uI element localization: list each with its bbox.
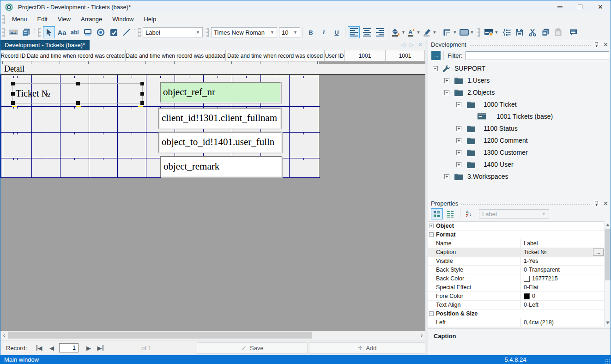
tree-item-1400-user[interactable]: + 1400 User [428,158,611,170]
property-category-object[interactable]: + Object [428,222,611,231]
record-number-input[interactable] [59,343,79,352]
expander-icon[interactable]: + [444,78,449,83]
header-cell-value-1[interactable]: 1001 [345,50,386,61]
horizontal-scrollbar[interactable]: ‹ › [0,331,425,339]
resize-grip-icon[interactable] [605,359,610,364]
property-row-special-effect[interactable]: Special Effect 0-Flat [428,283,611,292]
property-row-visible[interactable]: Visible 1-Yes [428,257,611,266]
checkbox-tool-button[interactable] [108,26,120,38]
label-ticket-no[interactable]: Ticket № [12,83,143,103]
property-row-back-color[interactable]: Back Color 16777215 [428,274,611,283]
expander-icon[interactable]: − [429,232,434,237]
scroll-left-icon[interactable]: ‹ [0,331,8,340]
tree-item-support[interactable]: − SUPPORT [428,62,611,74]
toolbar-overflow-icon[interactable]: ˇˇ [34,30,35,35]
underline-button[interactable]: U [331,26,343,38]
property-row-name[interactable]: Name Label [428,239,611,248]
close-panel-icon[interactable]: ✕ [603,201,608,206]
tree-item-1300-customer[interactable]: + 1300 Customer [428,146,611,158]
pin-icon[interactable] [593,42,599,47]
border-style-button[interactable]: ▼ [442,26,458,38]
field-object-remark[interactable]: object_remark [160,156,282,177]
header-cell-record-id[interactable]: Record ID [0,50,26,61]
scrollbar-thumb[interactable] [8,332,312,339]
last-record-button[interactable]: ▶ [95,343,106,352]
add-record-button[interactable]: + Add [309,342,425,354]
scrollbar-thumb[interactable] [605,229,611,280]
tree-item-1000-ticket[interactable]: − 1000 Ticket [428,98,611,110]
property-category-format[interactable]: − Format [428,231,611,239]
select-cursor-tool[interactable] [43,26,55,38]
label-tool-button[interactable]: Aa [56,26,68,38]
toolbar-overflow-icon[interactable]: ˇˇ [134,30,135,35]
property-row-left[interactable]: Left 0,4см (218) [428,318,611,327]
radio-tool-button[interactable] [95,26,107,38]
close-panel-icon[interactable]: ✕ [603,42,608,47]
header-cell-created[interactable]: Date and time when record was created [26,50,126,61]
textbox-tool-button[interactable]: abl [69,26,81,38]
header-cell-updated[interactable]: Date and time when record was updated [126,50,226,61]
align-right-button[interactable] [374,26,386,38]
close-button[interactable]: × [590,0,611,13]
header-cell-user-id[interactable]: User ID [325,50,345,61]
align-center-button[interactable] [361,26,373,38]
field-client-id[interactable]: client_id!1301.client_fullnam [158,108,281,129]
ellipsis-editor-button[interactable]: ... [593,249,604,256]
line-tool-button[interactable] [121,26,133,38]
expander-icon[interactable]: − [429,311,434,316]
expander-icon[interactable]: + [444,174,449,179]
font-size-combo[interactable]: 10▼ [279,27,300,37]
first-record-button[interactable]: ◀ [34,343,45,352]
resize-handle[interactable] [140,82,144,85]
tree-item-1001-tickets-base[interactable]: 1001 Tickets (base) [428,110,611,122]
paste-button[interactable] [552,26,564,38]
expander-icon[interactable]: + [429,224,434,228]
highlight-color-button[interactable]: ▼ [423,26,437,38]
property-row-caption[interactable]: Caption Ticket № ... [428,248,611,257]
field-object-ref-nr[interactable]: object_ref_nr [160,82,281,103]
maximize-button[interactable] [570,0,590,13]
property-row-fore-color[interactable]: Fore Color 0 [428,292,611,301]
control-selector-combo[interactable]: Label▼ [143,27,203,37]
resize-handle[interactable] [76,82,80,85]
form-properties-button[interactable]: ▼ [483,26,500,38]
menu-view[interactable]: View [53,14,76,24]
navigate-to-object-button[interactable]: → [431,51,441,60]
tree-item-workspaces[interactable]: + 3.Workspaces [428,170,611,182]
field-object-to-id[interactable]: object_to_id!1401.user_fulln [158,132,282,153]
menu-help[interactable]: Help [139,14,161,24]
tab-scroll-forward-icon[interactable]: ▷ [410,42,414,48]
expander-icon[interactable]: − [433,66,438,71]
properties-scrollbar[interactable] [604,221,611,327]
expander-icon[interactable]: − [444,90,449,95]
resize-handle[interactable] [11,92,15,96]
italic-button[interactable]: I [318,26,330,38]
header-cell-closed[interactable]: Date and time when record was closed [226,50,325,61]
tree-item-1100-status[interactable]: + 1100 Status [428,122,611,134]
menu-window[interactable]: Window [107,14,139,24]
toolbar-grip[interactable] [206,28,209,37]
expander-icon[interactable]: + [456,138,461,143]
property-row-text-align[interactable]: Text Align 0-Left [428,301,611,309]
save-record-button[interactable]: ✓ Save [197,342,308,354]
toolbar-grip[interactable] [138,28,141,37]
pin-icon[interactable] [593,201,599,206]
font-color-button[interactable]: A ▼ [407,26,422,38]
menu-edit[interactable]: Edit [32,14,53,24]
resize-handle[interactable] [76,101,80,105]
scroll-up-icon[interactable] [606,224,610,226]
resize-handle[interactable] [140,101,144,105]
toolbar-grip[interactable] [2,28,5,37]
expander-icon[interactable]: + [456,150,461,155]
menu-menu[interactable]: Menu [7,14,32,24]
property-row-back-style[interactable]: Back Style 0-Transparent [428,266,611,274]
menu-arrange[interactable]: Arrange [76,14,107,24]
resize-handle[interactable] [11,82,15,85]
detail-band-header[interactable]: Detail [0,64,425,75]
cut-button[interactable] [526,26,538,38]
filter-input[interactable] [466,51,610,60]
report-preview-button[interactable] [7,26,19,38]
next-record-button[interactable]: ▶ [83,343,94,352]
expander-icon[interactable]: + [456,162,461,167]
toolbar-grip[interactable] [38,28,41,37]
